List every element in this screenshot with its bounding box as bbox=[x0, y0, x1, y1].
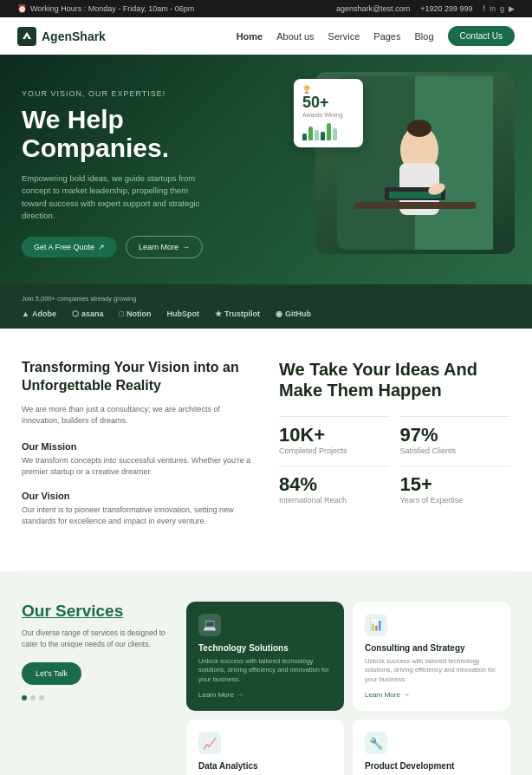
learn-more-1[interactable]: Learn More → bbox=[365, 691, 498, 699]
nav-blog[interactable]: Blog bbox=[415, 31, 434, 42]
hero-content: YOUR VISION, OUR EXPERTISE! We Help Comp… bbox=[22, 89, 264, 258]
service-desc-0: Unlock success with tailored technology … bbox=[198, 657, 332, 685]
logo-trustpilot: ★ Trustpilot bbox=[215, 309, 260, 318]
service-title-3: Product Development bbox=[365, 761, 498, 771]
stats-grid: 10K+ Completed Projects 97% Satisfied Cl… bbox=[279, 416, 510, 505]
stat-num-0: 10K+ bbox=[279, 426, 390, 445]
logo: AgenShark bbox=[17, 27, 106, 46]
hero-title: We Help Companies. bbox=[22, 105, 264, 162]
mission-title: Our Mission bbox=[22, 441, 253, 452]
bar-6 bbox=[333, 128, 337, 140]
facebook-icon[interactable]: f bbox=[483, 4, 485, 13]
phone-text: +1920 299 999 bbox=[420, 4, 472, 13]
about-right: We Take Your Ideas And Make Them Happen … bbox=[279, 359, 510, 540]
vision-text: Our intent is to pioneer transformative … bbox=[22, 505, 253, 528]
hero-section: YOUR VISION, OUR EXPERTISE! We Help Comp… bbox=[0, 55, 532, 284]
nav-about[interactable]: About us bbox=[276, 31, 314, 42]
stat-num-3: 15+ bbox=[400, 475, 511, 494]
navbar: AgenShark Home About us Service Pages Bl… bbox=[0, 17, 532, 55]
services-grid: 💻 Technology Solutions Unlock success wi… bbox=[186, 602, 510, 775]
services-title-highlight: Services bbox=[55, 602, 123, 620]
trust-text: Join 5,000+ companies already growing bbox=[22, 295, 510, 303]
bar-2 bbox=[308, 127, 313, 140]
dot-2[interactable] bbox=[30, 695, 36, 700]
youtube-icon[interactable]: ▶ bbox=[509, 4, 515, 13]
service-title-0: Technology Solutions bbox=[198, 643, 332, 653]
about-right-title: We Take Your Ideas And Make Them Happen bbox=[279, 359, 510, 401]
top-bar-left: ⏰ Working Hours : Monday - Friday, 10am … bbox=[17, 4, 194, 13]
stat-2: 84% International Reach bbox=[279, 466, 390, 505]
top-bar: ⏰ Working Hours : Monday - Friday, 10am … bbox=[0, 0, 532, 17]
bar-4 bbox=[321, 132, 325, 140]
bar-5 bbox=[327, 123, 331, 140]
trust-section: Join 5,000+ companies already growing ▲ … bbox=[0, 284, 532, 329]
logo-notion: □ Notion bbox=[119, 309, 151, 318]
services-desc: Our diverse range of services is designe… bbox=[22, 628, 178, 650]
nav-pages[interactable]: Pages bbox=[373, 31, 400, 42]
logo-text: AgenShark bbox=[42, 29, 106, 43]
bar-3 bbox=[315, 130, 319, 140]
logo-adobe: ▲ Adobe bbox=[22, 309, 56, 318]
award-number: 50+ bbox=[302, 94, 354, 112]
dot-3[interactable] bbox=[39, 695, 44, 700]
contact-button[interactable]: Contact Us bbox=[448, 26, 515, 46]
learn-more-button[interactable]: Learn More → bbox=[126, 236, 203, 258]
arrow-icon-1: → bbox=[403, 691, 410, 699]
lets-talk-button[interactable]: Let's Talk bbox=[22, 662, 81, 685]
logo-icon bbox=[17, 27, 36, 46]
google-icon[interactable]: g bbox=[500, 4, 504, 13]
arrow-icon: ↗ bbox=[98, 243, 105, 251]
award-chart bbox=[302, 121, 354, 140]
services-section: Our Services Our diverse range of servic… bbox=[0, 571, 532, 775]
service-card-2: 📈 Data Analytics Unlock success with tai… bbox=[186, 720, 344, 775]
award-card: 🏆 50+ Awards Wining bbox=[294, 79, 363, 147]
hero-desc: Empowering bold ideas, we guide startups… bbox=[22, 173, 212, 222]
bar-1 bbox=[302, 134, 307, 140]
working-hours: Working Hours : Monday - Friday, 10am - … bbox=[30, 4, 194, 13]
service-desc-1: Unlock success with tailored technology … bbox=[365, 657, 498, 685]
svg-rect-6 bbox=[354, 202, 476, 209]
logo-github: ◉ GitHub bbox=[276, 309, 311, 318]
linkedin-icon[interactable]: in bbox=[490, 4, 496, 13]
learn-more-0[interactable]: Learn More → bbox=[198, 691, 332, 699]
get-quote-button[interactable]: Get A Free Quote ↗ bbox=[22, 237, 117, 257]
service-icon-0: 💻 bbox=[198, 614, 221, 636]
hero-tag: YOUR VISION, OUR EXPERTISE! bbox=[22, 89, 264, 98]
stat-num-1: 97% bbox=[400, 426, 511, 445]
hero-buttons: Get A Free Quote ↗ Learn More → bbox=[22, 236, 264, 258]
about-section: Transforming Your Vision into an Unforge… bbox=[0, 329, 532, 570]
stat-0: 10K+ Completed Projects bbox=[279, 416, 390, 455]
vision-title: Our Vision bbox=[22, 491, 253, 501]
award-label: Awards Wining bbox=[302, 112, 354, 118]
services-title: Our Services bbox=[22, 602, 178, 622]
top-bar-right: agenshark@test.com +1920 299 999 f in g … bbox=[336, 4, 515, 13]
service-icon-3: 🔧 bbox=[365, 732, 387, 754]
mission-text: We transform concepts into successful ve… bbox=[22, 455, 253, 479]
dot-navigation bbox=[22, 695, 178, 700]
dot-1[interactable] bbox=[22, 695, 27, 700]
stat-label-1: Satisfied Clients bbox=[400, 446, 511, 455]
nav-home[interactable]: Home bbox=[237, 31, 263, 42]
service-title-2: Data Analytics bbox=[198, 761, 332, 771]
arrow-right-icon: → bbox=[182, 243, 190, 251]
stat-label-3: Years of Expertise bbox=[400, 496, 511, 505]
arrow-icon-0: → bbox=[237, 691, 243, 699]
logo-hubspot: HubSpot bbox=[166, 309, 199, 318]
stat-label-0: Completed Projects bbox=[279, 446, 390, 455]
award-icon: 🏆 bbox=[302, 86, 354, 94]
clock-icon: ⏰ bbox=[17, 4, 27, 13]
service-card-3: 🔧 Product Development Unlock success wit… bbox=[353, 720, 510, 775]
nav-service[interactable]: Service bbox=[328, 31, 360, 42]
mission-block: Our Mission We transform concepts into s… bbox=[22, 441, 253, 479]
logo-asana: ⬡ asana bbox=[72, 309, 104, 318]
stat-1: 97% Satisfied Clients bbox=[400, 416, 511, 455]
nav-links: Home About us Service Pages Blog Contact… bbox=[237, 26, 515, 46]
stat-num-2: 84% bbox=[279, 475, 390, 494]
stat-label-2: International Reach bbox=[279, 496, 390, 505]
email-text: agenshark@test.com bbox=[336, 4, 410, 13]
vision-block: Our Vision Our intent is to pioneer tran… bbox=[22, 491, 253, 528]
about-desc: We are more than just a consultancy; we … bbox=[22, 404, 253, 427]
service-card-featured: 💻 Technology Solutions Unlock success wi… bbox=[186, 602, 344, 712]
service-icon-2: 📈 bbox=[198, 732, 221, 754]
service-card-1: 📊 Consulting and Strategy Unlock success… bbox=[353, 602, 510, 712]
